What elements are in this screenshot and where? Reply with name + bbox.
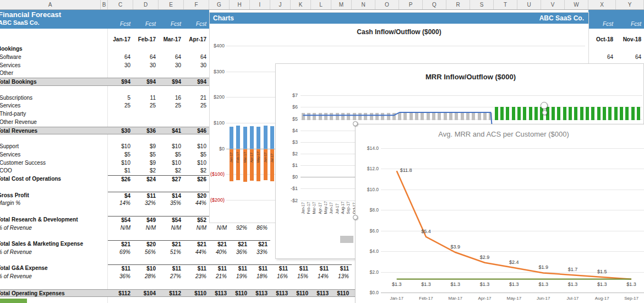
column-header-cell[interactable]: M <box>331 0 352 9</box>
avg-mrr-data-label: $1.3 <box>504 282 524 287</box>
cash-x-tick-label: May-17 <box>256 145 261 163</box>
avg-mrr-data-label: $1.3 <box>416 282 436 287</box>
cash-y-tick-label: $0 <box>210 146 225 152</box>
column-header-cell[interactable]: Q <box>423 0 446 9</box>
chart-window-avg[interactable]: Avg. MRR and ACS per Customer ($000)$14.… <box>355 124 644 303</box>
column-header-cell[interactable]: N <box>352 0 375 9</box>
cash-y-tick-label: $400 <box>210 43 225 48</box>
cash-chart-title: Cash Inflow/Outflow ($000) <box>210 28 588 36</box>
column-header-cell[interactable]: P <box>399 0 423 9</box>
charts-bar-title: Charts <box>213 13 234 24</box>
acs-data-label: $3.9 <box>444 244 466 250</box>
column-header-cell[interactable]: V <box>541 0 565 9</box>
cash-y-tick-label: $300 <box>210 69 225 74</box>
column-header-cell[interactable]: Y <box>616 0 644 9</box>
charts-bar-company: ABC SaaS Co. <box>539 13 584 24</box>
cash-x-tick-label: Apr-17 <box>250 145 254 163</box>
column-header-row: ABCDEFGHIJKLMNOPQRSTUVWXY <box>0 0 644 10</box>
avg-mrr-data-label: $1.3 <box>533 282 553 287</box>
avg-x-tick-label: Aug-17 <box>589 296 615 301</box>
charts-layer: ChartsABC SaaS Co.Cash Inflow/Outflow ($… <box>0 0 644 303</box>
selection-handle[interactable] <box>353 215 358 220</box>
column-header-cell[interactable]: C <box>108 0 133 9</box>
cash-gridline <box>226 46 585 46</box>
column-header-cell[interactable]: G <box>209 0 230 9</box>
avg-mrr-data-label: $1.3 <box>621 282 641 287</box>
avg-x-tick-label: May-17 <box>501 296 527 301</box>
acs-data-label: $5.4 <box>415 229 437 234</box>
column-header-cell[interactable]: R <box>446 0 470 9</box>
column-header-cell[interactable]: O <box>375 0 399 9</box>
cash-x-tick-label: Jan-17 <box>230 145 234 163</box>
avg-x-tick-label: Jun-17 <box>530 296 556 301</box>
avg-x-tick-label: Feb-17 <box>413 296 439 301</box>
column-header-cell[interactable]: X <box>588 0 616 9</box>
avg-x-tick-label: Apr-17 <box>472 296 498 301</box>
spreadsheet-app: Financial Forecast ABC SaaS Co. ABCDEFGH… <box>0 0 644 303</box>
column-header-cell[interactable]: W <box>565 0 588 9</box>
avg-mrr-data-label: $1.3 <box>475 282 495 287</box>
avg-x-tick-label: Jul-17 <box>559 296 586 301</box>
avg-mrr-data-label: $1.3 <box>387 282 407 287</box>
column-header-cell[interactable]: H <box>230 0 250 9</box>
cash-y-tick-label: $200 <box>210 94 225 100</box>
selection-handle[interactable] <box>541 102 548 109</box>
mrr-legend-swatch <box>340 236 353 243</box>
avg-mrr-data-label: $1.3 <box>592 282 612 287</box>
acs-data-label: $11.8 <box>400 167 422 173</box>
cash-y-tick-label: ($200) <box>210 197 225 203</box>
avg-x-tick-label: Jan-17 <box>384 296 410 301</box>
column-header-cell[interactable]: A <box>0 0 101 9</box>
cash-x-tick-label: Jul-17 <box>270 145 275 163</box>
column-header-cell[interactable]: F <box>184 0 209 9</box>
acs-data-label: $2.4 <box>503 259 525 265</box>
column-header-cell[interactable]: K <box>291 0 311 9</box>
column-header-cell[interactable]: U <box>517 0 541 9</box>
column-header-cell[interactable]: S <box>470 0 494 9</box>
column-header-cell[interactable]: B <box>101 0 108 9</box>
cash-x-tick-label: Jun-17 <box>264 145 268 163</box>
avg-x-tick-label: Sep-17 <box>618 296 644 301</box>
acs-data-label: $1.9 <box>532 264 554 270</box>
column-header-cell[interactable]: I <box>250 0 270 9</box>
cash-x-tick-label: Mar-17 <box>243 145 248 163</box>
column-header-cell[interactable]: L <box>311 0 331 9</box>
acs-data-label: $1.7 <box>561 267 583 272</box>
selection-handle[interactable] <box>542 110 547 115</box>
charts-title-bar: ChartsABC SaaS Co. <box>210 13 588 24</box>
column-header-cell[interactable]: T <box>494 0 517 9</box>
avg-x-tick-label: Mar-17 <box>442 296 468 301</box>
avg-mrr-data-label: $1.3 <box>445 282 465 287</box>
avg-chart-lines-svg <box>356 125 644 303</box>
selection-handle[interactable] <box>353 121 358 126</box>
column-header-cell[interactable]: D <box>133 0 159 9</box>
acs-data-label: $1.5 <box>591 269 613 274</box>
cash-x-tick-label: Feb-17 <box>236 145 241 163</box>
avg-mrr-data-label: $1.3 <box>563 282 582 287</box>
cash-y-tick-label: $100 <box>210 120 225 126</box>
column-header-cell[interactable]: E <box>159 0 184 9</box>
column-header-cell[interactable]: J <box>270 0 291 9</box>
acs-data-label: $2.9 <box>474 255 496 260</box>
cash-y-tick-label: ($100) <box>210 171 225 177</box>
